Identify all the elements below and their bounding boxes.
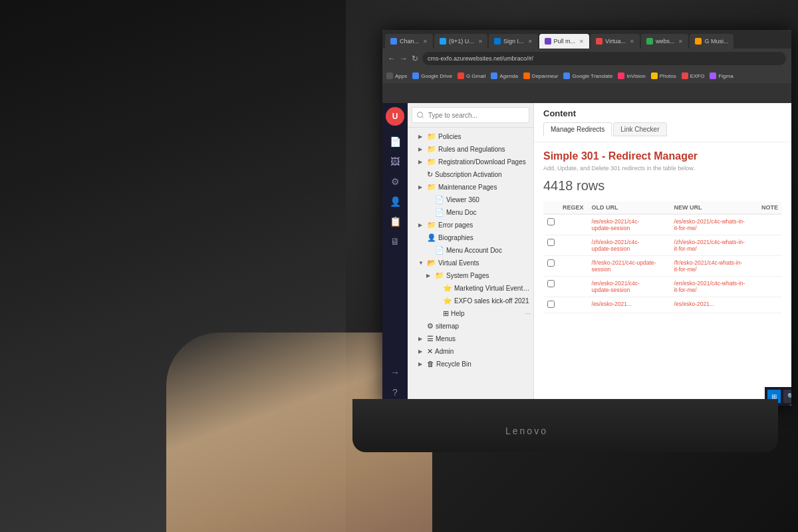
grid-icon: ⊞ — [443, 309, 449, 318]
bookmark-translate[interactable]: Google Translate — [563, 72, 612, 79]
tree-item-admin[interactable]: ▶ ✕ Admin — [408, 345, 533, 358]
back-button[interactable]: ← — [388, 54, 396, 63]
bookmark-invision[interactable]: InVision — [618, 72, 645, 79]
tab-close[interactable]: ✕ — [630, 39, 634, 45]
sidebar-icon-forms[interactable]: 📋 — [386, 212, 404, 231]
tree-item-policies[interactable]: ▶ 📁 Policies — [408, 130, 533, 143]
cms-logo: U — [386, 107, 404, 126]
cog-icon: ⚙ — [427, 322, 434, 331]
tab-manage-redirects[interactable]: Manage Redirects — [543, 122, 612, 136]
figma-icon — [710, 72, 716, 79]
tab-sign[interactable]: Sign I... ✕ — [489, 34, 538, 49]
tab-chans[interactable]: Chan... ✕ — [385, 34, 433, 49]
tree-item-label: Recycle Bin — [436, 360, 531, 368]
sidebar-icon-members[interactable]: 👤 — [386, 192, 404, 211]
row-checkbox[interactable] — [547, 239, 555, 246]
tree-item-registration[interactable]: ▶ 📁 Registration/Download Pages — [408, 156, 533, 168]
trash-icon: 🗑 — [427, 360, 434, 368]
regex-cell — [559, 235, 588, 256]
photos-icon — [651, 72, 658, 79]
tree-item-error[interactable]: ▶ 📁 Error pages — [408, 219, 533, 231]
tab-favicon — [390, 38, 397, 45]
tab-pull[interactable]: Pull m... ✕ — [539, 34, 590, 49]
more-options-icon[interactable]: ··· — [525, 310, 531, 317]
tab-webs[interactable]: webs... ✕ — [641, 34, 689, 49]
tab-link-checker[interactable]: Link Checker — [613, 122, 666, 136]
tab-virtual[interactable]: Virtua... ✕ — [591, 34, 640, 49]
tab-close[interactable]: ✕ — [678, 39, 683, 45]
tree-item-menuaccount[interactable]: 📄 Menu Account Doc — [408, 244, 533, 257]
cms-container: U 📄 🖼 ⚙ 👤 📋 🖥 → ? ▶ 📁 Policies — [382, 103, 791, 406]
col-new-url: NEW URL — [670, 201, 749, 214]
old-url-cell: /fr/esko-2021/c4c-update-session — [588, 256, 662, 277]
bookmark-label: InVision — [626, 73, 645, 79]
tree-item-menudoc[interactable]: 📄 Menu Doc — [408, 206, 533, 219]
bookmark-photos[interactable]: Photos — [651, 72, 676, 79]
chevron-icon: ▶ — [418, 134, 425, 140]
tree-item-sitemap[interactable]: ⚙ sitemap — [408, 320, 533, 332]
sidebar-icon-settings[interactable]: ⚙ — [386, 172, 404, 191]
tree-item-subscription[interactable]: ↻ Subscription Activation — [408, 168, 533, 181]
bookmark-agenda[interactable]: Agenda — [491, 72, 518, 79]
col-checkbox — [543, 201, 559, 214]
tab-close[interactable]: ✕ — [579, 39, 584, 45]
tab-close[interactable]: ✕ — [478, 39, 483, 45]
bookmark-figma[interactable]: Figma — [710, 72, 733, 79]
folder-icon: 📁 — [427, 221, 436, 229]
taskbar-search[interactable]: 🔍 laper ici pour rechercher — [783, 390, 791, 403]
sidebar-icon-media[interactable]: 🖼 — [386, 152, 404, 171]
tree-item-systempages[interactable]: ▶ 📁 System Pages — [408, 269, 533, 282]
bookmark-apps[interactable]: Apps — [386, 72, 407, 79]
chevron-icon: ▶ — [418, 159, 425, 165]
table-row: /zh/esko-2021/c4c-update-session /zh/esk… — [543, 235, 782, 256]
browser-chrome: Chan... ✕ (9+1) U... ✕ Sign I... ✕ Pull … — [382, 30, 791, 103]
tree-item-viewer360[interactable]: 📄 Viewer 360 — [408, 194, 533, 206]
bookmark-label: Apps — [395, 73, 407, 79]
tree-item-menus[interactable]: ▶ ☰ Menus — [408, 332, 533, 345]
folder-icon: 📁 — [427, 158, 436, 166]
bookmark-label: Google Translate — [572, 73, 612, 79]
tab-label: G Musi... — [704, 38, 728, 45]
sidebar-icon-packages[interactable]: 🖥 — [386, 232, 404, 251]
row-checkbox[interactable] — [547, 301, 555, 308]
row-checkbox[interactable] — [547, 218, 555, 225]
chevron-icon: ▶ — [418, 361, 425, 367]
tree-item-recycle[interactable]: ▶ 🗑 Recycle Bin — [408, 358, 533, 370]
browser-tabs: Chan... ✕ (9+1) U... ✕ Sign I... ✕ Pull … — [382, 30, 791, 49]
content-tabs: Manage Redirects Link Checker — [543, 122, 782, 136]
regex-cell — [559, 277, 588, 297]
translate-icon — [563, 72, 570, 79]
sidebar-icon-content[interactable]: 📄 — [386, 132, 404, 151]
bookmark-depanneur[interactable]: Depanneur — [523, 72, 559, 79]
tree-search-container — [408, 103, 533, 128]
tree-search-input[interactable] — [412, 107, 529, 123]
folder-icon: 📁 — [427, 145, 436, 154]
tab-notifications[interactable]: (9+1) U... ✕ — [434, 34, 487, 49]
refresh-button[interactable]: ↻ — [412, 54, 418, 63]
row-checkbox[interactable] — [547, 259, 555, 267]
tab-music[interactable]: G Musi... — [690, 34, 733, 49]
address-input[interactable] — [422, 52, 786, 65]
bookmark-exfo[interactable]: EXFO — [682, 72, 705, 79]
tab-close[interactable]: ✕ — [423, 39, 428, 45]
tree-item-label: Viewer 360 — [446, 196, 531, 203]
tree-item-virtualevents[interactable]: ▼ 📂 Virtual Events — [408, 257, 533, 269]
forward-button[interactable]: → — [400, 54, 408, 63]
redirects-table: REGEX OLD URL NEW URL NOTE /es/esko- — [543, 201, 782, 313]
chevron-icon: ▶ — [418, 336, 425, 342]
tree-item-help[interactable]: ⊞ Help ··· — [408, 307, 533, 320]
bookmark-drive[interactable]: Google Drive — [412, 72, 452, 79]
tree-item-label: Help — [451, 310, 523, 317]
tree-item-label: Rules and Regulations — [438, 146, 531, 153]
tree-item-maintenance[interactable]: ▶ 📁 Maintenance Pages — [408, 181, 533, 194]
tree-item-marketing[interactable]: ⭐ Marketing Virtual Event Demo — [408, 282, 533, 295]
bookmark-gmail[interactable]: G Gmail — [458, 72, 485, 79]
sidebar-icon-deploy[interactable]: → — [386, 363, 404, 382]
tree-item-biographies[interactable]: 👤 Biographies — [408, 231, 533, 244]
chevron-icon: ▶ — [418, 348, 425, 354]
tree-item-rules[interactable]: ▶ 📁 Rules and Regulations — [408, 143, 533, 156]
tree-item-exfosales[interactable]: ⭐ EXFO sales kick-off 2021 — [408, 295, 533, 307]
row-checkbox[interactable] — [547, 280, 555, 287]
tab-close[interactable]: ✕ — [528, 39, 533, 45]
folder-icon: 📁 — [427, 183, 436, 192]
